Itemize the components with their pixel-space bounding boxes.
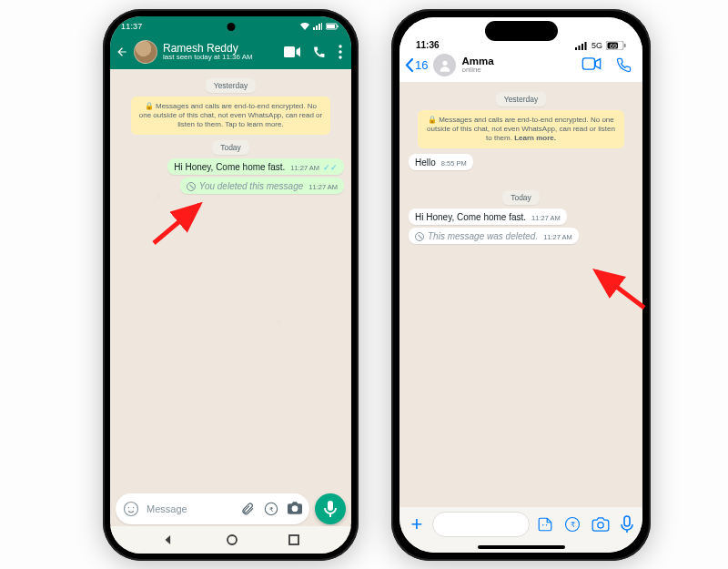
- svg-rect-13: [289, 535, 298, 544]
- iphone-frame: 11:36 5G 69 16 Amma online: [391, 9, 651, 561]
- deleted-message-bubble[interactable]: This message was deleted. 11:27 AM: [409, 228, 579, 244]
- svg-rect-2: [338, 25, 339, 27]
- deleted-message-row: This message was deleted. 11:27 AM: [409, 228, 633, 244]
- svg-text:₹: ₹: [571, 521, 575, 529]
- learn-more-link[interactable]: Learn more.: [514, 134, 556, 142]
- svg-rect-15: [575, 47, 577, 50]
- ios-chat-area[interactable]: Yesterday 🔒Messages and calls are end-to…: [399, 83, 642, 507]
- svg-text:69: 69: [610, 43, 617, 49]
- read-ticks-icon: ✓✓: [323, 163, 338, 172]
- svg-point-12: [228, 535, 237, 544]
- svg-point-29: [598, 523, 603, 528]
- contact-avatar[interactable]: [134, 40, 157, 64]
- mic-icon[interactable]: [621, 515, 633, 533]
- message-text: Hello: [415, 157, 436, 168]
- wifi-icon: [300, 23, 309, 30]
- iphone-screen: 11:36 5G 69 16 Amma online: [399, 17, 642, 553]
- android-nav-bar: [110, 526, 351, 554]
- svg-rect-21: [624, 44, 626, 47]
- lock-icon: 🔒: [145, 102, 154, 110]
- outgoing-message-row: Hi Honey, Come home fast. 11:27 AM ✓✓: [117, 158, 344, 175]
- svg-point-5: [339, 50, 341, 53]
- home-indicator[interactable]: [478, 545, 565, 549]
- menu-icon[interactable]: [339, 45, 342, 59]
- message-bubble[interactable]: Hi Honey, Come home fast. 11:27 AM ✓✓: [167, 158, 344, 175]
- date-chip-yesterday: Yesterday: [206, 78, 257, 93]
- dynamic-island: [485, 21, 558, 41]
- svg-rect-18: [584, 42, 586, 50]
- back-button[interactable]: [116, 46, 128, 58]
- deleted-message-text: This message was deleted.: [428, 231, 538, 241]
- svg-rect-30: [624, 516, 630, 526]
- incoming-message-row: Hello 8:55 PM: [409, 154, 633, 170]
- android-phone-frame: 11:37 Ramesh Reddy last seen today at 11…: [103, 9, 359, 561]
- signal-icon: [313, 23, 322, 30]
- deleted-message-text: You deleted this message: [199, 181, 304, 191]
- message-bubble[interactable]: Hello 8:55 PM: [409, 154, 473, 170]
- voice-call-icon[interactable]: [313, 46, 326, 58]
- svg-point-26: [546, 524, 548, 526]
- chat-title-block[interactable]: Amma online: [461, 56, 493, 75]
- back-button[interactable]: 16: [405, 58, 428, 72]
- camera-icon[interactable]: [288, 502, 302, 516]
- battery-icon: 69: [606, 41, 626, 50]
- signal-icon: [575, 42, 588, 50]
- prohibited-icon: [415, 232, 424, 241]
- message-input[interactable]: Message ₹: [116, 493, 309, 524]
- encryption-notice[interactable]: 🔒Messages and calls are end-to-end encry…: [131, 97, 330, 135]
- svg-text:₹: ₹: [269, 505, 274, 513]
- voice-call-icon[interactable]: [616, 57, 632, 73]
- svg-point-7: [125, 503, 138, 516]
- add-button[interactable]: +: [409, 513, 425, 536]
- svg-rect-3: [284, 46, 295, 57]
- message-input[interactable]: [432, 512, 530, 537]
- android-camera-punchhole: [227, 23, 235, 31]
- prohibited-icon: [187, 182, 196, 191]
- chat-title-block[interactable]: Ramesh Reddy last seen today at 11:36 AM: [163, 43, 278, 62]
- svg-point-4: [339, 45, 341, 47]
- video-call-icon[interactable]: [581, 57, 602, 73]
- emoji-icon[interactable]: [123, 501, 139, 517]
- nav-recents-icon[interactable]: [288, 534, 299, 545]
- battery-icon: [326, 23, 339, 30]
- date-chip-today: Today: [502, 190, 540, 205]
- date-chip-yesterday: Yesterday: [496, 92, 547, 107]
- rupee-icon[interactable]: ₹: [264, 502, 278, 516]
- camera-icon[interactable]: [592, 517, 610, 532]
- svg-point-9: [133, 507, 135, 509]
- android-screen: 11:37 Ramesh Reddy last seen today at 11…: [110, 16, 351, 554]
- contact-avatar[interactable]: [433, 54, 456, 76]
- message-placeholder: Message: [147, 503, 187, 514]
- attach-icon[interactable]: [240, 502, 255, 516]
- nav-back-icon[interactable]: [162, 533, 175, 546]
- deleted-message-row: You deleted this message 11:27 AM: [117, 178, 344, 194]
- video-call-icon[interactable]: [284, 46, 300, 57]
- lock-icon: 🔒: [428, 116, 437, 124]
- message-text: Hi Honey, Come home fast.: [174, 162, 285, 172]
- android-input-bar: Message ₹: [116, 493, 346, 524]
- statusbar-time: 11:36: [416, 40, 440, 50]
- svg-rect-16: [578, 46, 580, 50]
- contact-status: online: [461, 66, 493, 74]
- deleted-message-bubble[interactable]: You deleted this message 11:27 AM: [180, 178, 344, 194]
- encryption-notice[interactable]: 🔒Messages and calls are end-to-end encry…: [418, 110, 624, 148]
- message-time: 11:27 AM: [543, 233, 572, 241]
- svg-rect-24: [582, 58, 594, 69]
- network-label: 5G: [592, 41, 602, 50]
- nav-home-icon[interactable]: [227, 534, 238, 545]
- svg-point-8: [128, 507, 130, 509]
- android-chat-header: Ramesh Reddy last seen today at 11:36 AM: [110, 36, 351, 71]
- sticker-icon[interactable]: [537, 516, 553, 533]
- android-chat-area[interactable]: Yesterday 🔒Messages and calls are end-to…: [110, 69, 351, 492]
- message-text: Hi Honey, Come home fast.: [415, 212, 526, 222]
- contact-status: last seen today at 11:36 AM: [163, 54, 278, 61]
- svg-point-23: [442, 60, 447, 65]
- message-time: 11:27 AM: [531, 214, 561, 222]
- back-count: 16: [415, 58, 428, 72]
- message-time: 8:55 PM: [441, 159, 467, 168]
- ios-input-bar: + ₹: [399, 507, 642, 553]
- svg-rect-1: [327, 25, 335, 28]
- rupee-icon[interactable]: ₹: [564, 516, 581, 533]
- mic-button[interactable]: [315, 493, 346, 524]
- message-bubble[interactable]: Hi Honey, Come home fast. 11:27 AM: [409, 208, 567, 225]
